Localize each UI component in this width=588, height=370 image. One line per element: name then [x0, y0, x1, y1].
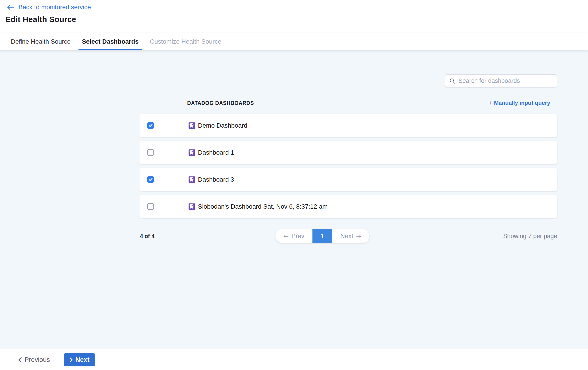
row-checkbox[interactable] [147, 149, 154, 156]
pager: ← Prev 1 Next → [275, 229, 369, 243]
tab-customize-health-source: Customize Health Source [147, 33, 224, 50]
dashboard-search[interactable] [445, 74, 557, 87]
next-step-button[interactable]: Next [64, 353, 95, 366]
tab-select-dashboards[interactable]: Select Dashboards [78, 33, 142, 50]
next-page-button[interactable]: Next → [332, 229, 369, 243]
row-label-group: Demo Dashboard [189, 114, 247, 137]
datadog-icon [189, 122, 195, 129]
search-input[interactable] [458, 77, 553, 84]
arrow-left-icon [7, 4, 14, 10]
list-header-row: DATADOG DASHBOARDS + Manually input quer… [139, 100, 557, 108]
page-header: Back to monitored service Edit Health So… [0, 0, 588, 33]
pagination-row: 4 of 4 ← Prev 1 Next → Showing 7 per pag… [139, 229, 557, 243]
datadog-icon [189, 149, 195, 156]
tab-define-health-source[interactable]: Define Health Source [7, 33, 74, 50]
checkmark-icon [148, 123, 153, 128]
row-label-group: Dashboard 1 [189, 141, 234, 164]
dashboard-row[interactable]: Demo Dashboard [139, 114, 557, 137]
column-header-datadog-dashboards: DATADOG DASHBOARDS [187, 100, 254, 106]
search-icon [449, 78, 455, 84]
previous-step-button[interactable]: Previous [18, 353, 50, 366]
item-count: 4 of 4 [140, 229, 155, 243]
page-title: Edit Health Source [5, 15, 76, 24]
wizard-tabs: Define Health Source Select Dashboards C… [0, 33, 588, 50]
dashboard-select-panel: DATADOG DASHBOARDS + Manually input quer… [0, 50, 588, 349]
wizard-footer: Previous Next [0, 349, 588, 370]
prev-page-button[interactable]: ← Prev [275, 229, 313, 243]
dashboard-row[interactable]: Dashboard 3 [139, 168, 557, 191]
prev-page-label: Prev [291, 232, 304, 240]
chevron-left-icon [18, 357, 22, 363]
row-label-group: Dashboard 3 [189, 168, 234, 191]
dashboard-row[interactable]: Dashboard 1 [139, 141, 557, 164]
current-page-button[interactable]: 1 [313, 229, 332, 243]
dashboard-list: Demo Dashboard Da [139, 114, 557, 222]
dashboard-row[interactable]: Slobodan's Dashboard Sat, Nov 6, 8:37:12… [139, 195, 557, 218]
previous-step-label: Previous [24, 356, 50, 363]
datadog-icon [189, 176, 195, 183]
row-checkbox[interactable] [147, 122, 154, 129]
back-link[interactable]: Back to monitored service [7, 4, 91, 11]
row-label-group: Slobodan's Dashboard Sat, Nov 6, 8:37:12… [189, 195, 328, 218]
checkmark-icon [148, 177, 153, 182]
dashboard-name: Dashboard 3 [198, 176, 234, 183]
edit-health-source-page: Back to monitored service Edit Health So… [0, 0, 588, 370]
next-page-label: Next [340, 232, 353, 240]
next-step-label: Next [75, 356, 90, 363]
chevron-right-icon [70, 357, 73, 363]
dashboard-name: Demo Dashboard [198, 122, 247, 129]
arrow-right-icon: → [356, 232, 361, 240]
arrow-left-icon: ← [284, 232, 289, 240]
per-page-label: Showing 7 per page [503, 229, 557, 243]
manually-input-query-link[interactable]: + Manually input query [489, 100, 550, 106]
dashboard-name: Dashboard 1 [198, 149, 234, 156]
row-checkbox[interactable] [147, 176, 154, 183]
back-link-label[interactable]: Back to monitored service [19, 4, 91, 11]
row-checkbox[interactable] [147, 203, 154, 210]
dashboard-name: Slobodan's Dashboard Sat, Nov 6, 8:37:12… [198, 203, 328, 210]
datadog-icon [189, 203, 195, 210]
